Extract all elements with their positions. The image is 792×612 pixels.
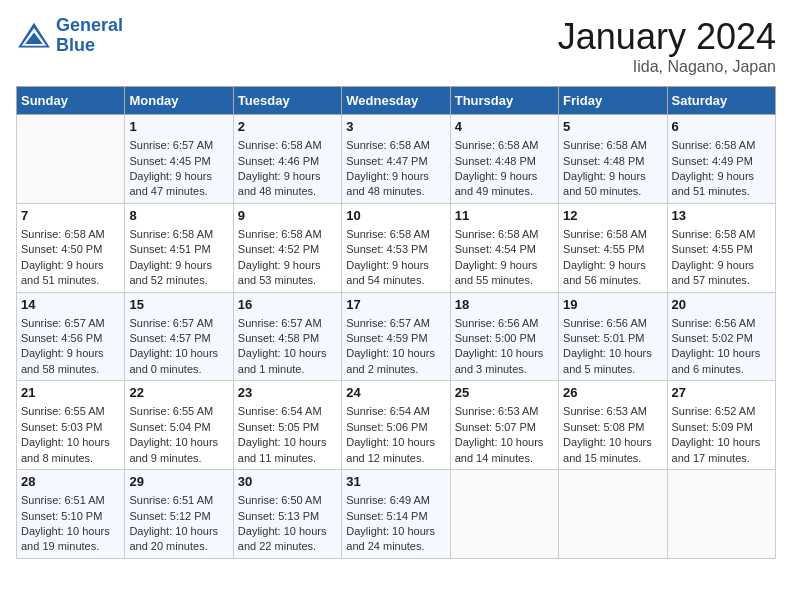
day-number: 22 [129, 384, 228, 402]
day-info: Daylight: 9 hours [455, 169, 554, 184]
calendar-subtitle: Iida, Nagano, Japan [558, 58, 776, 76]
day-number: 24 [346, 384, 445, 402]
day-number: 8 [129, 207, 228, 225]
day-info: Sunset: 4:59 PM [346, 331, 445, 346]
calendar-cell: 24Sunrise: 6:54 AMSunset: 5:06 PMDayligh… [342, 381, 450, 470]
day-info: Sunset: 5:05 PM [238, 420, 337, 435]
logo: GeneralBlue [16, 16, 123, 56]
day-number: 21 [21, 384, 120, 402]
day-info: Daylight: 9 hours [346, 258, 445, 273]
day-number: 19 [563, 296, 662, 314]
day-info: Sunrise: 6:51 AM [21, 493, 120, 508]
day-info: Sunrise: 6:58 AM [672, 138, 771, 153]
day-info: and 49 minutes. [455, 184, 554, 199]
day-info: and 19 minutes. [21, 539, 120, 554]
calendar-cell: 18Sunrise: 6:56 AMSunset: 5:00 PMDayligh… [450, 292, 558, 381]
day-info: and 47 minutes. [129, 184, 228, 199]
day-info: Sunrise: 6:58 AM [129, 227, 228, 242]
calendar-cell: 30Sunrise: 6:50 AMSunset: 5:13 PMDayligh… [233, 470, 341, 559]
day-number: 18 [455, 296, 554, 314]
day-info: Sunset: 4:53 PM [346, 242, 445, 257]
day-info: and 24 minutes. [346, 539, 445, 554]
calendar-cell: 17Sunrise: 6:57 AMSunset: 4:59 PMDayligh… [342, 292, 450, 381]
day-info: Daylight: 10 hours [129, 346, 228, 361]
day-info: and 56 minutes. [563, 273, 662, 288]
day-info: and 20 minutes. [129, 539, 228, 554]
day-info: Sunrise: 6:58 AM [21, 227, 120, 242]
calendar-cell: 25Sunrise: 6:53 AMSunset: 5:07 PMDayligh… [450, 381, 558, 470]
day-info: Daylight: 10 hours [672, 435, 771, 450]
day-info: Daylight: 9 hours [672, 169, 771, 184]
day-info: Daylight: 10 hours [129, 435, 228, 450]
day-info: and 55 minutes. [455, 273, 554, 288]
day-number: 4 [455, 118, 554, 136]
day-info: and 48 minutes. [238, 184, 337, 199]
day-info: Sunrise: 6:58 AM [238, 227, 337, 242]
day-info: Sunrise: 6:54 AM [346, 404, 445, 419]
day-number: 17 [346, 296, 445, 314]
calendar-cell: 26Sunrise: 6:53 AMSunset: 5:08 PMDayligh… [559, 381, 667, 470]
day-info: Daylight: 10 hours [346, 524, 445, 539]
day-info: Sunset: 4:47 PM [346, 154, 445, 169]
day-number: 27 [672, 384, 771, 402]
logo-icon [16, 21, 52, 51]
calendar-cell: 28Sunrise: 6:51 AMSunset: 5:10 PMDayligh… [17, 470, 125, 559]
calendar-cell: 22Sunrise: 6:55 AMSunset: 5:04 PMDayligh… [125, 381, 233, 470]
calendar-cell: 8Sunrise: 6:58 AMSunset: 4:51 PMDaylight… [125, 203, 233, 292]
day-info: Daylight: 9 hours [672, 258, 771, 273]
day-info: Daylight: 10 hours [129, 524, 228, 539]
day-info: Sunset: 4:55 PM [563, 242, 662, 257]
day-header-thursday: Thursday [450, 87, 558, 115]
day-info: Sunset: 4:49 PM [672, 154, 771, 169]
day-info: Daylight: 10 hours [21, 435, 120, 450]
day-info: and 12 minutes. [346, 451, 445, 466]
day-info: Sunset: 4:46 PM [238, 154, 337, 169]
day-info: and 6 minutes. [672, 362, 771, 377]
day-info: Sunset: 4:48 PM [455, 154, 554, 169]
day-info: and 58 minutes. [21, 362, 120, 377]
calendar-header-row: SundayMondayTuesdayWednesdayThursdayFrid… [17, 87, 776, 115]
day-info: Daylight: 10 hours [455, 435, 554, 450]
calendar-cell: 4Sunrise: 6:58 AMSunset: 4:48 PMDaylight… [450, 115, 558, 204]
day-info: Sunrise: 6:58 AM [672, 227, 771, 242]
day-info: Sunset: 5:00 PM [455, 331, 554, 346]
day-info: Sunrise: 6:54 AM [238, 404, 337, 419]
day-header-friday: Friday [559, 87, 667, 115]
calendar-table: SundayMondayTuesdayWednesdayThursdayFrid… [16, 86, 776, 559]
day-number: 13 [672, 207, 771, 225]
day-info: Daylight: 9 hours [238, 169, 337, 184]
day-info: and 57 minutes. [672, 273, 771, 288]
calendar-title: January 2024 [558, 16, 776, 58]
calendar-cell: 10Sunrise: 6:58 AMSunset: 4:53 PMDayligh… [342, 203, 450, 292]
day-info: Sunrise: 6:57 AM [346, 316, 445, 331]
day-info: Sunrise: 6:55 AM [21, 404, 120, 419]
day-info: and 11 minutes. [238, 451, 337, 466]
calendar-cell: 11Sunrise: 6:58 AMSunset: 4:54 PMDayligh… [450, 203, 558, 292]
day-info: Daylight: 10 hours [455, 346, 554, 361]
day-number: 12 [563, 207, 662, 225]
day-info: Sunrise: 6:55 AM [129, 404, 228, 419]
calendar-cell [667, 470, 775, 559]
day-info: Sunset: 4:54 PM [455, 242, 554, 257]
day-header-sunday: Sunday [17, 87, 125, 115]
day-info: and 1 minute. [238, 362, 337, 377]
day-info: Sunrise: 6:57 AM [129, 138, 228, 153]
calendar-week-1: 1Sunrise: 6:57 AMSunset: 4:45 PMDaylight… [17, 115, 776, 204]
calendar-cell [559, 470, 667, 559]
day-number: 26 [563, 384, 662, 402]
day-info: Sunset: 4:56 PM [21, 331, 120, 346]
day-number: 11 [455, 207, 554, 225]
day-info: and 17 minutes. [672, 451, 771, 466]
day-info: Daylight: 10 hours [672, 346, 771, 361]
calendar-cell [17, 115, 125, 204]
calendar-cell: 5Sunrise: 6:58 AMSunset: 4:48 PMDaylight… [559, 115, 667, 204]
day-info: and 52 minutes. [129, 273, 228, 288]
calendar-cell: 27Sunrise: 6:52 AMSunset: 5:09 PMDayligh… [667, 381, 775, 470]
logo-text: GeneralBlue [56, 16, 123, 56]
day-info: Daylight: 10 hours [21, 524, 120, 539]
day-number: 31 [346, 473, 445, 491]
day-info: Sunrise: 6:57 AM [129, 316, 228, 331]
day-info: and 53 minutes. [238, 273, 337, 288]
day-info: Sunrise: 6:53 AM [563, 404, 662, 419]
day-info: Sunset: 5:04 PM [129, 420, 228, 435]
